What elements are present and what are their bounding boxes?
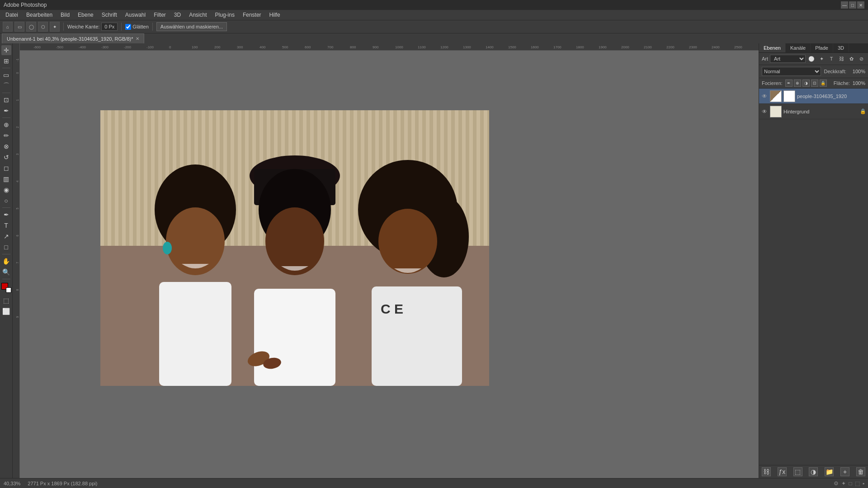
layer-filter-icon[interactable]: ⚪ (807, 55, 816, 63)
tool-brush[interactable]: ✏ (1, 131, 11, 141)
layer-link-icon[interactable]: ⛓ (837, 55, 845, 63)
ruler-v-label-1: 0 (16, 72, 19, 74)
feather-input[interactable] (101, 23, 118, 31)
tool-lasso[interactable]: ⌒ (1, 81, 11, 91)
layer-eye-background[interactable]: 👁 (761, 108, 768, 115)
focus-btn-1[interactable]: ✒ (785, 80, 793, 87)
tab-pfade[interactable]: Pfade (811, 43, 833, 52)
menu-filter[interactable]: Filter (150, 11, 170, 19)
tool-dodge[interactable]: ○ (1, 196, 11, 206)
mask-button[interactable]: Auswählen und maskieren... (156, 22, 227, 31)
tool-pen[interactable]: ✒ (1, 210, 11, 220)
ruler-v-label-8: 7 (16, 262, 19, 264)
tool-path-select[interactable]: ↗ (1, 231, 11, 241)
status-icon-5[interactable]: ▪ (863, 480, 864, 487)
layer-link-btn[interactable]: ⛓ (762, 467, 771, 476)
fill-row: Focieren: ✒ ⊕ ◑ ⊡ 🔒 Fläche: 100% (759, 78, 868, 89)
tool-divider-2 (2, 93, 10, 93)
svg-point-16 (378, 209, 437, 274)
menu-3d[interactable]: 3D (170, 11, 184, 19)
layer-lock-icon: 🔒 (860, 108, 866, 114)
focus-btn-5[interactable]: 🔒 (820, 80, 827, 87)
status-icon-1[interactable]: ⚙ (834, 480, 839, 487)
tool-blur[interactable]: ◉ (1, 185, 11, 195)
ruler-v-label-2: 1 (16, 99, 19, 101)
smooth-checkbox-wrap[interactable]: Glätten (125, 24, 148, 30)
focus-btn-3[interactable]: ◑ (802, 80, 810, 87)
menu-bearbeiten[interactable]: Bearbeiten (23, 11, 56, 19)
selection-tool-rect[interactable]: ▭ (14, 22, 24, 32)
status-icon-3[interactable]: □ (849, 480, 852, 487)
tool-move[interactable]: ✛ (1, 45, 11, 55)
layer-filter-toggle[interactable]: ⊘ (857, 55, 865, 63)
tool-divider-5 (2, 254, 10, 254)
layer-eye-photo[interactable]: 👁 (761, 93, 768, 100)
tool-selection-rect[interactable]: ▭ (1, 70, 11, 80)
menu-bar: Datei Bearbeiten Bild Ebene Schrift Ausw… (0, 10, 868, 20)
ruler-h-2100: 2100 (644, 45, 652, 49)
background-color[interactable] (6, 287, 11, 293)
menu-plugins[interactable]: Plug-ins (212, 11, 238, 19)
art-dropdown[interactable]: Art (770, 55, 806, 63)
layer-item-background[interactable]: 👁 Hintergrund 🔒 (759, 104, 868, 119)
tool-healing[interactable]: ⊕ (1, 120, 11, 130)
doc-tab-close[interactable]: ✕ (136, 36, 139, 41)
tool-artboard[interactable]: ⊞ (1, 56, 11, 66)
menu-bild[interactable]: Bild (57, 11, 73, 19)
tool-type[interactable]: T (1, 221, 11, 230)
status-icon-2[interactable]: ✦ (841, 480, 846, 487)
layer-mask-btn[interactable]: ⬚ (793, 467, 802, 476)
layer-group-btn[interactable]: 📁 (825, 467, 834, 476)
tool-shape[interactable]: □ (1, 242, 11, 252)
left-tools: ✛ ⊞ ▭ ⌒ ⊡ ✒ ⊕ ✏ ⊗ ↺ ◻ ▥ ◉ ○ ✒ T ↗ □ ✋ 🔍 … (0, 43, 13, 478)
tool-zoom[interactable]: 🔍 (1, 267, 11, 277)
smooth-checkbox[interactable] (125, 24, 131, 30)
layer-new-btn[interactable]: + (840, 467, 849, 476)
layer-adjust-icon[interactable]: ✦ (817, 55, 826, 63)
ruler-h-1800: 1800 (576, 45, 584, 49)
canvas-container[interactable]: -600 -500 -400 -300 -200 -100 0 100 200 … (20, 43, 759, 478)
tool-divider-6 (2, 279, 10, 279)
layer-delete-btn[interactable]: 🗑 (856, 467, 865, 476)
layer-fx-btn[interactable]: ƒx (778, 467, 787, 476)
tool-screen-mode[interactable]: ⬜ (1, 306, 11, 316)
tool-eyedropper[interactable]: ✒ (1, 106, 11, 116)
menu-ebene[interactable]: Ebene (74, 11, 97, 19)
tool-hand[interactable]: ✋ (1, 256, 11, 266)
layer-style-icon[interactable]: ✿ (847, 55, 855, 63)
layer-item-photo[interactable]: 👁 people-3104635_1920 (759, 89, 868, 104)
tool-eraser[interactable]: ◻ (1, 163, 11, 173)
menu-schrift[interactable]: Schrift (98, 11, 121, 19)
tool-gradient[interactable]: ▥ (1, 174, 11, 184)
layer-type-icon[interactable]: T (827, 55, 835, 63)
tool-history[interactable]: ↺ (1, 152, 11, 162)
selection-tool-magic[interactable]: ✦ (50, 22, 60, 32)
maximize-button[interactable]: □ (849, 1, 856, 9)
focus-btn-4[interactable]: ⊡ (811, 80, 818, 87)
home-button[interactable]: ⌂ (3, 22, 13, 32)
selection-tool-circle[interactable]: ◯ (26, 22, 36, 32)
blend-mode-select[interactable]: Normal Multiplizieren Abblenden (762, 67, 821, 76)
tool-stamp[interactable]: ⊗ (1, 141, 11, 151)
focus-btn-2[interactable]: ⊕ (794, 80, 801, 87)
document-tab[interactable]: Unbenannt-1 bei 40,3% (people-3104635_19… (2, 33, 144, 43)
toolbar-divider-1 (63, 23, 64, 31)
minimize-button[interactable]: — (841, 1, 848, 9)
menu-ansicht[interactable]: Ansicht (185, 11, 210, 19)
menu-fenster[interactable]: Fenster (239, 11, 265, 19)
selection-tool-polygon[interactable]: ⬡ (38, 22, 48, 32)
menu-auswahl[interactable]: Auswahl (122, 11, 149, 19)
tool-quick-mask[interactable]: ⬚ (1, 296, 11, 305)
menu-hilfe[interactable]: Hilfe (266, 11, 284, 19)
menu-datei[interactable]: Datei (2, 11, 22, 19)
tab-3d[interactable]: 3D (833, 43, 849, 52)
ruler-horizontal: -600 -500 -400 -300 -200 -100 0 100 200 … (20, 43, 759, 51)
tab-kanaele[interactable]: Kanäle (786, 43, 811, 52)
layer-adjustment-btn[interactable]: ◑ (809, 467, 818, 476)
tool-crop[interactable]: ⊡ (1, 95, 11, 105)
tab-ebenen[interactable]: Ebenen (759, 43, 786, 52)
document-dimensions: 2771 Px x 1869 Px (182.88 ppi) (28, 481, 97, 486)
color-swatches[interactable] (1, 283, 11, 293)
close-button[interactable]: ✕ (857, 1, 864, 9)
status-icon-4[interactable]: ⬚ (855, 480, 860, 487)
